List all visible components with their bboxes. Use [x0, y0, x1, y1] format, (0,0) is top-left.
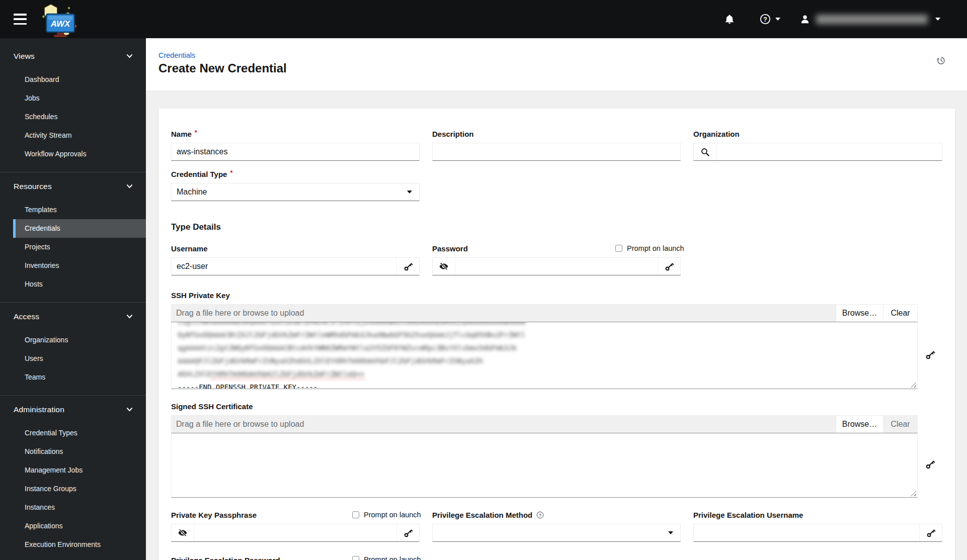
- redacted-key-line: dGVLZXlEYXRhTm90UmVhbHJlZGFjdGVkZmFrZWtl…: [178, 367, 911, 381]
- help-icon[interactable]: ?: [536, 511, 544, 519]
- username-label: Username: [171, 243, 420, 253]
- svg-text:?: ?: [763, 16, 767, 23]
- ssh-private-key-credential-key-button[interactable]: [925, 350, 935, 360]
- textarea-resize-handle[interactable]: [911, 382, 916, 388]
- sidebar-section-administration[interactable]: Administration: [0, 400, 146, 419]
- passphrase-credential-key-button[interactable]: [397, 524, 419, 541]
- credential-type-select[interactable]: Machine: [171, 183, 420, 201]
- sidebar-item-workflow-approvals[interactable]: Workflow Approvals: [0, 145, 146, 163]
- key-icon: [404, 262, 413, 271]
- ssh-private-key-textarea[interactable]: c2gtcnNhAAAAAwEAAQAAAYEAx1b3BlbnNzaC1rZX…: [171, 322, 918, 389]
- ssh-private-key-clear-button[interactable]: Clear: [883, 304, 918, 322]
- redacted-key-line: qgAAAAtzc2gtZWQyNTUxOQAAACBtcmVkYWN0ZWRm…: [178, 341, 911, 354]
- private-key-passphrase-input[interactable]: [194, 524, 397, 541]
- organization-label: Organization: [693, 129, 942, 139]
- organization-input[interactable]: [716, 143, 942, 160]
- username-credential-key-button[interactable]: [397, 258, 419, 275]
- organization-search-button[interactable]: [694, 143, 716, 160]
- passphrase-prompt-checkbox[interactable]: [352, 511, 359, 518]
- chevron-down-icon: [126, 314, 133, 319]
- signed-ssh-certificate-credential-key-button[interactable]: [925, 459, 935, 470]
- username-input[interactable]: ec2-user: [172, 258, 397, 275]
- privilege-escalation-username-key-button[interactable]: [920, 524, 942, 541]
- required-asterisk: *: [230, 169, 232, 176]
- section-label: Resources: [14, 182, 52, 191]
- organization-field-group: Organization: [693, 129, 942, 161]
- chevron-down-icon: [775, 17, 781, 21]
- sidebar-item-teams[interactable]: Teams: [0, 368, 146, 387]
- signed-ssh-certificate-dropzone[interactable]: Drag a file here or browse to upload: [171, 415, 836, 433]
- ssh-private-key-credential-strip: [918, 321, 942, 388]
- username-field-group: Username ec2-user: [171, 243, 420, 275]
- sidebar-item-inventories[interactable]: Inventories: [0, 256, 146, 275]
- breadcrumb-credentials-link[interactable]: Credentials: [158, 51, 195, 59]
- signed-ssh-certificate-clear-button[interactable]: Clear: [883, 415, 918, 433]
- password-input[interactable]: [455, 258, 658, 275]
- priv-esc-password-prompt-checkbox[interactable]: [352, 556, 359, 560]
- sidebar-item-credentials[interactable]: Credentials: [13, 219, 146, 238]
- sidebar-section-views[interactable]: Views: [0, 47, 146, 65]
- user-icon: [800, 14, 810, 24]
- passphrase-visibility-toggle[interactable]: [172, 524, 194, 541]
- ssh-private-key-field-group: SSH Private Key Drag a file here or brow…: [171, 290, 918, 389]
- chevron-down-icon: [126, 184, 133, 189]
- password-prompt-checkbox[interactable]: [615, 245, 622, 252]
- key-icon: [925, 459, 935, 470]
- signed-ssh-certificate-credential-strip: [918, 432, 942, 497]
- sidebar-nav: Views Dashboard Jobs Schedules Activity …: [0, 38, 146, 560]
- awx-logo[interactable]: AWX: [36, 1, 77, 37]
- name-field-group: Name* aws-instances: [171, 129, 420, 161]
- nav-toggle-button[interactable]: [14, 14, 27, 25]
- prompt-on-launch-label: Prompt on launch: [364, 511, 421, 519]
- sidebar-item-execution-environments[interactable]: Execution Environments: [0, 535, 146, 554]
- textarea-resize-handle[interactable]: [911, 491, 916, 496]
- sidebar-section-resources[interactable]: Resources: [0, 177, 146, 196]
- caret-down-icon: [668, 531, 673, 534]
- section-label: Administration: [14, 405, 64, 414]
- page-title: Create New Credential: [158, 61, 287, 75]
- privilege-escalation-username-label: Privilege Escalation Username: [693, 510, 942, 520]
- sidebar-item-topology-view[interactable]: Topology View: [0, 554, 146, 560]
- ssh-private-key-browse-button[interactable]: Browse…: [836, 304, 883, 322]
- sidebar-item-credential-types[interactable]: Credential Types: [0, 424, 146, 442]
- signed-ssh-certificate-upload-row: Drag a file here or browse to upload Bro…: [171, 415, 918, 433]
- sidebar-item-templates[interactable]: Templates: [0, 201, 146, 219]
- ssh-private-key-dropzone[interactable]: Drag a file here or browse to upload: [171, 304, 836, 322]
- username-input-group: ec2-user: [171, 257, 420, 275]
- sidebar-item-notifications[interactable]: Notifications: [0, 442, 146, 461]
- help-menu[interactable]: ?: [760, 14, 781, 25]
- sidebar-section-access[interactable]: Access: [0, 307, 146, 326]
- password-input-group: [432, 257, 681, 275]
- sidebar-item-hosts[interactable]: Hosts: [0, 275, 146, 294]
- sidebar-item-jobs[interactable]: Jobs: [0, 89, 146, 108]
- sidebar-item-instances[interactable]: Instances: [0, 498, 146, 517]
- priv-esc-password-prompt-on-launch: Prompt on launch: [352, 555, 421, 560]
- sidebar-item-users[interactable]: Users: [0, 349, 146, 368]
- sidebar-item-applications[interactable]: Applications: [0, 517, 146, 535]
- privilege-escalation-method-select[interactable]: [432, 524, 681, 542]
- redacted-key-line: QyNTUxOQAAACBtZXJlZGFjdGVkZmFrZWtleWRhdG…: [178, 328, 911, 341]
- signed-ssh-certificate-textarea[interactable]: [171, 433, 918, 498]
- username-redacted: [816, 15, 928, 24]
- svg-text:AWX: AWX: [50, 19, 71, 29]
- privilege-escalation-username-input[interactable]: [694, 524, 920, 541]
- sidebar-item-activity-stream[interactable]: Activity Stream: [0, 126, 146, 145]
- sidebar-item-projects[interactable]: Projects: [0, 238, 146, 256]
- notifications-bell-button[interactable]: [724, 14, 735, 25]
- sidebar-item-dashboard[interactable]: Dashboard: [0, 70, 146, 89]
- name-input[interactable]: aws-instances: [171, 143, 420, 161]
- password-prompt-on-launch: Prompt on launch: [615, 244, 684, 252]
- privilege-escalation-method-label: Privilege Escalation Method ?: [432, 510, 681, 520]
- password-credential-key-button[interactable]: [658, 258, 680, 275]
- signed-ssh-certificate-browse-button[interactable]: Browse…: [836, 415, 883, 433]
- sidebar-item-organizations[interactable]: Organizations: [0, 331, 146, 349]
- sidebar-item-instance-groups[interactable]: Instance Groups: [0, 480, 146, 498]
- description-input[interactable]: [432, 143, 681, 161]
- passphrase-prompt-on-launch: Prompt on launch: [352, 511, 421, 519]
- sidebar-item-schedules[interactable]: Schedules: [0, 108, 146, 126]
- svg-text:?: ?: [539, 512, 541, 517]
- sidebar-item-management-jobs[interactable]: Management Jobs: [0, 461, 146, 480]
- password-visibility-toggle[interactable]: [433, 258, 455, 275]
- user-menu[interactable]: [800, 14, 941, 24]
- activity-history-button[interactable]: [936, 56, 946, 65]
